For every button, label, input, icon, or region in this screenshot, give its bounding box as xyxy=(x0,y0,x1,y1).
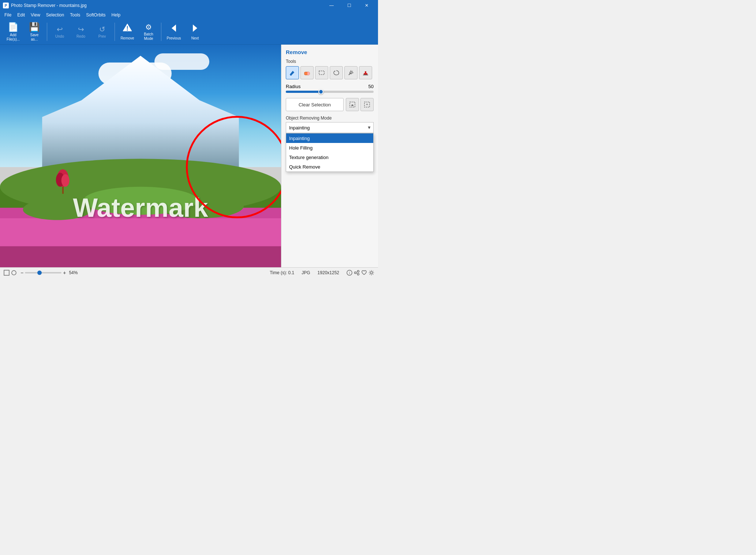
remove-label: Remove xyxy=(120,36,134,40)
svg-point-2 xyxy=(127,30,128,31)
history-button[interactable]: ↺ Prev xyxy=(92,21,112,43)
history-label: Prev xyxy=(98,34,106,38)
menubar: File Edit View Selection Tools SoftOrbit… xyxy=(0,11,378,19)
svg-marker-4 xyxy=(193,24,197,32)
menu-tools[interactable]: Tools xyxy=(67,12,83,18)
menu-help[interactable]: Help xyxy=(109,12,124,18)
zoom-controls: − + 54% xyxy=(20,270,78,276)
svg-rect-28 xyxy=(365,71,366,73)
status-left-icons xyxy=(4,270,17,276)
toolbar-separator3 xyxy=(161,23,161,41)
dropdown-option-inpainting[interactable]: Inpainting xyxy=(286,133,373,143)
cloud2 xyxy=(154,53,209,70)
zoom-plus[interactable]: + xyxy=(63,270,66,276)
history-icon: ↺ xyxy=(99,25,105,34)
object-removing-dropdown[interactable]: Inpainting xyxy=(286,122,374,133)
svg-point-36 xyxy=(358,270,359,272)
menu-view[interactable]: View xyxy=(28,12,43,18)
batch-mode-button[interactable]: ⚙ BatchMode xyxy=(138,21,159,43)
app-icon: P xyxy=(3,3,9,8)
load-selection-button[interactable] xyxy=(360,98,374,111)
remove-button[interactable]: Remove xyxy=(117,21,138,43)
status-icon2 xyxy=(11,270,17,276)
minimize-button[interactable]: — xyxy=(323,0,340,11)
add-files-button[interactable]: 📄 AddFile(s)... xyxy=(3,21,23,43)
tool-rect-select[interactable] xyxy=(315,66,328,79)
batch-label: BatchMode xyxy=(144,32,153,41)
statusbar: − + 54% Time (s): 0.1 JPG 1920x1252 i xyxy=(0,267,378,278)
right-panel: Remove Tools Radius 50 xyxy=(281,45,378,267)
undo-icon: ↩ xyxy=(57,25,63,34)
undo-button[interactable]: ↩ Undo xyxy=(49,21,70,43)
radius-slider[interactable] xyxy=(286,91,374,93)
format-label: JPG xyxy=(302,270,310,275)
dropdown-option-texture-generation[interactable]: Texture generation xyxy=(286,152,373,162)
maximize-button[interactable]: ☐ xyxy=(341,0,358,11)
undo-label: Undo xyxy=(55,34,64,38)
zoom-minus[interactable]: − xyxy=(20,270,23,276)
resolution-label: 1920x1252 xyxy=(318,270,339,275)
status-right-icons: i xyxy=(347,270,374,276)
window-title: Photo Stamp Remover - mountains.jpg xyxy=(11,3,323,8)
menu-selection[interactable]: Selection xyxy=(43,12,67,18)
menu-file[interactable]: File xyxy=(1,12,14,18)
save-selection-button[interactable] xyxy=(346,98,359,111)
tool-magic-wand[interactable] xyxy=(344,66,358,79)
save-as-button[interactable]: 💾 Saveas... xyxy=(24,21,45,43)
tool-brush[interactable] xyxy=(286,66,299,79)
tool-eraser[interactable] xyxy=(300,66,314,79)
selection-icon-buttons xyxy=(346,98,374,111)
svg-point-17 xyxy=(61,174,70,186)
status-icon1 xyxy=(4,270,10,276)
action-row: Clear Selection xyxy=(286,98,374,111)
toolbar-separator2 xyxy=(115,23,115,41)
toolbar-separator xyxy=(47,23,47,41)
svg-rect-13 xyxy=(0,246,281,267)
tool-lasso[interactable] xyxy=(330,66,343,79)
image-canvas: Watermark xyxy=(0,45,281,267)
dropdown-option-hole-filling[interactable]: Hole Filling xyxy=(286,143,373,152)
svg-line-40 xyxy=(356,273,358,274)
settings-icon[interactable] xyxy=(368,270,374,276)
zoom-thumb xyxy=(37,271,42,275)
previous-icon xyxy=(169,23,179,35)
remove-icon xyxy=(122,23,132,35)
tool-stamp[interactable] xyxy=(359,66,372,79)
svg-point-18 xyxy=(290,74,292,76)
panel-title: Remove xyxy=(286,49,374,55)
svg-rect-20 xyxy=(307,72,310,75)
canvas-area[interactable]: Watermark xyxy=(0,45,281,267)
heart-icon[interactable] xyxy=(361,270,367,276)
radius-row: Radius 50 xyxy=(286,84,374,89)
svg-marker-3 xyxy=(172,24,176,32)
radius-label: Radius xyxy=(286,84,300,89)
main-area: Watermark Remove Tools xyxy=(0,45,378,267)
next-button[interactable]: Next xyxy=(185,21,205,43)
add-files-icon: 📄 xyxy=(8,22,19,32)
batch-icon: ⚙ xyxy=(145,23,152,31)
menu-edit[interactable]: Edit xyxy=(14,12,28,18)
zoom-slider[interactable] xyxy=(25,272,61,273)
redo-label: Redo xyxy=(76,34,85,38)
dropdown-option-quick-remove[interactable]: Quick Remove xyxy=(286,162,373,171)
share-icon[interactable] xyxy=(354,270,360,276)
tools-row xyxy=(286,66,374,79)
status-right: Time (s): 0.1 JPG 1920x1252 i xyxy=(270,270,374,276)
info-icon[interactable]: i xyxy=(347,270,352,276)
menu-softorbits[interactable]: SoftOrbits xyxy=(83,12,108,18)
redo-button[interactable]: ↪ Redo xyxy=(71,21,91,43)
radius-slider-container[interactable] xyxy=(286,91,374,93)
save-as-label: Saveas... xyxy=(30,33,39,42)
previous-label: Previous xyxy=(167,36,181,40)
clear-selection-button[interactable]: Clear Selection xyxy=(286,98,344,111)
titlebar: P Photo Stamp Remover - mountains.jpg — … xyxy=(0,0,378,11)
window-controls: — ☐ ✕ xyxy=(323,0,375,11)
tools-label: Tools xyxy=(286,59,374,64)
svg-point-37 xyxy=(355,272,356,273)
close-button[interactable]: ✕ xyxy=(358,0,375,11)
slider-thumb xyxy=(318,89,323,94)
previous-button[interactable]: Previous xyxy=(164,21,184,43)
object-removing-mode-label: Object Removing Mode xyxy=(286,116,374,121)
dropdown-options-list: Inpainting Hole Filling Texture generati… xyxy=(286,133,374,172)
watermark-text: Watermark xyxy=(73,193,208,223)
